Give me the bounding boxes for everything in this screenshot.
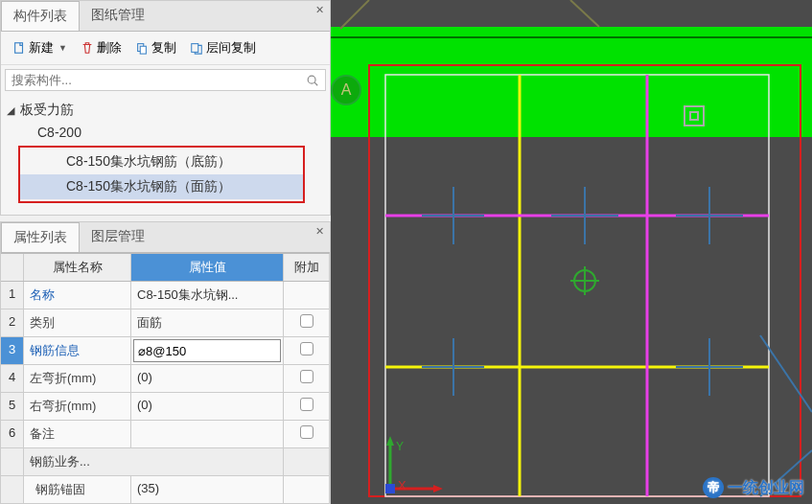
cell-value[interactable]: C8-150集水坑钢... (131, 282, 284, 309)
search-input[interactable] (12, 73, 306, 87)
tab-component-list[interactable]: 构件列表 (1, 1, 80, 31)
component-panel: ✕ 构件列表 图纸管理 新建 ▼ 删除 复制 层间复制 (0, 0, 331, 216)
property-table-header: 属性名称 属性值 附加 (1, 253, 330, 282)
cell-name: 备注 (24, 421, 131, 447)
copy-button[interactable]: 复制 (131, 37, 180, 58)
sub-group-header[interactable]: 钢筋业务... (1, 448, 330, 476)
table-row[interactable]: 5 右弯折(mm) (0) (1, 393, 330, 421)
cell-name: 名称 (24, 282, 131, 309)
cell-addon[interactable] (284, 337, 330, 364)
cell-name: 左弯折(mm) (24, 365, 131, 392)
svg-line-27 (340, 0, 369, 29)
svg-marker-53 (433, 485, 443, 493)
chevron-down-icon: ▼ (58, 43, 67, 53)
table-row[interactable]: 6 备注 (1, 421, 330, 448)
th-value[interactable]: 属性值 (131, 254, 284, 281)
svg-rect-30 (385, 75, 769, 496)
cell-addon[interactable] (284, 421, 330, 447)
tree-child[interactable]: C8-200 (7, 122, 324, 143)
component-toolbar: 新建 ▼ 删除 复制 层间复制 (1, 32, 330, 65)
tree-item-top-rebar[interactable]: C8-150集水坑钢筋（面筋） (20, 174, 303, 199)
cell-value[interactable]: 面筋 (131, 309, 284, 336)
svg-rect-54 (385, 484, 395, 493)
checkbox[interactable] (300, 314, 313, 328)
sub-header-label: 钢筋业务... (24, 448, 284, 475)
checkbox[interactable] (300, 398, 313, 411)
svg-marker-51 (386, 436, 394, 446)
property-table-body: 1 名称 C8-150集水坑钢... 2 类别 面筋 3 钢筋信息 4 左弯折(… (1, 282, 330, 504)
layer-copy-label: 层间复制 (206, 39, 256, 57)
svg-rect-3 (192, 44, 198, 53)
tree-root-label: 板受力筋 (20, 102, 74, 119)
th-name: 属性名称 (24, 254, 131, 281)
th-rownum (1, 254, 24, 281)
cell-rownum: 2 (1, 309, 24, 336)
checkbox[interactable] (300, 342, 313, 355)
new-label: 新建 (29, 39, 54, 57)
cell-value[interactable]: (0) (131, 365, 284, 392)
cell-value[interactable] (131, 421, 284, 447)
cell-addon[interactable] (284, 309, 330, 336)
cell-rownum: 5 (1, 393, 24, 420)
watermark-text: 一统创业网 (728, 478, 804, 498)
component-tree: ◢ 板受力筋 C8-200 C8-150集水坑钢筋（底筋） C8-150集水坑钢… (1, 95, 330, 215)
cell-addon (284, 448, 330, 475)
cell-name: 钢筋信息 (24, 337, 131, 364)
svg-rect-2 (140, 46, 146, 54)
cell-value[interactable]: (0) (131, 393, 284, 420)
search-icon[interactable] (306, 74, 319, 87)
square-marker-icon (684, 105, 705, 126)
checkbox[interactable] (300, 370, 313, 383)
delete-button[interactable]: 删除 (77, 37, 126, 58)
value-input[interactable] (133, 339, 281, 362)
component-tabs: 构件列表 图纸管理 (1, 1, 330, 32)
cell-name: 右弯折(mm) (24, 393, 131, 420)
axis-marker-a: A (331, 75, 361, 105)
cell-addon[interactable] (284, 393, 330, 420)
search-box[interactable] (5, 69, 326, 91)
cell-rownum: 3 (1, 337, 24, 364)
collapse-icon[interactable]: ◢ (7, 104, 20, 117)
new-button[interactable]: 新建 ▼ (9, 37, 71, 58)
close-icon[interactable]: ✕ (313, 3, 326, 16)
svg-line-48 (760, 335, 812, 412)
cad-drawing: Y (331, 0, 812, 504)
table-row[interactable]: 3 钢筋信息 (1, 337, 330, 365)
left-panel: ✕ 构件列表 图纸管理 新建 ▼ 删除 复制 层间复制 (0, 0, 331, 504)
x-axis-label: X (398, 478, 406, 493)
svg-rect-0 (15, 43, 23, 54)
cell-rownum (1, 448, 24, 475)
property-tabs: 属性列表 图层管理 (1, 222, 330, 253)
watermark: 帝 一统创业网 (703, 477, 804, 498)
cell-name: 钢筋锚固 (24, 476, 131, 503)
svg-rect-25 (331, 27, 812, 137)
tree-root[interactable]: ◢ 板受力筋 (7, 99, 324, 122)
copy-icon (135, 41, 149, 55)
cad-viewport[interactable]: Y A X 帝 一统创业网 (331, 0, 812, 504)
svg-point-4 (308, 76, 315, 83)
th-addon: 附加 (284, 254, 330, 281)
table-row[interactable]: 2 类别 面筋 (1, 309, 330, 337)
layer-copy-button[interactable]: 层间复制 (186, 37, 260, 58)
cell-rownum: 1 (1, 282, 24, 309)
copy-label: 复制 (151, 39, 176, 57)
cell-value[interactable]: (35) (131, 476, 284, 503)
svg-line-5 (314, 82, 317, 85)
cell-addon[interactable] (284, 365, 330, 392)
tab-property-list[interactable]: 属性列表 (1, 222, 80, 252)
close-icon[interactable]: ✕ (313, 224, 326, 238)
y-axis-label: Y (396, 440, 404, 453)
delete-icon (81, 41, 94, 55)
layer-copy-icon (190, 41, 203, 55)
cell-rownum (1, 476, 24, 503)
tab-layer-mgmt[interactable]: 图层管理 (80, 222, 156, 252)
table-row[interactable]: 钢筋锚固 (35) (1, 476, 330, 504)
checkbox[interactable] (300, 425, 313, 439)
cell-value[interactable] (131, 337, 284, 364)
tab-drawing-mgmt[interactable]: 图纸管理 (80, 1, 156, 31)
watermark-seal: 帝 (703, 477, 724, 498)
table-row[interactable]: 1 名称 C8-150集水坑钢... (1, 282, 330, 309)
tree-item-bottom-rebar[interactable]: C8-150集水坑钢筋（底筋） (20, 149, 303, 174)
delete-label: 删除 (97, 39, 122, 57)
table-row[interactable]: 4 左弯折(mm) (0) (1, 365, 330, 393)
